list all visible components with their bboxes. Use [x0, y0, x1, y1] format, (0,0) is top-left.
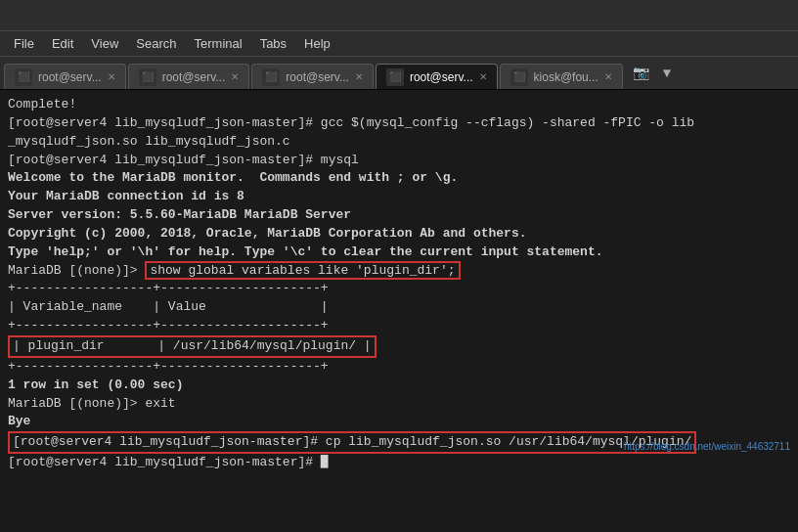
menu-bar: FileEditViewSearchTerminalTabsHelp: [0, 31, 798, 57]
maximize-button[interactable]: [753, 9, 767, 22]
terminal-line-23: [root@server4 lib_mysqludf_json-master]#…: [8, 431, 790, 454]
tab-icon-tab1: ⬛: [15, 68, 32, 86]
tab-close-tab2[interactable]: ✕: [231, 71, 239, 82]
menu-item-file[interactable]: File: [6, 34, 42, 53]
terminal-line-5: Your MariaDB connection id is 8: [8, 188, 790, 206]
tab-label-tab5: kiosk@fou...: [534, 70, 598, 84]
terminal-line-21: MariaDB [(none)]> exit: [8, 395, 790, 414]
minimize-button[interactable]: [733, 9, 747, 22]
tab-label-tab3: root@serv...: [286, 70, 349, 84]
terminal-line-3: [root@server4 lib_mysqludf_json-master]#…: [8, 152, 790, 170]
tab-close-tab1[interactable]: ✕: [108, 71, 115, 82]
terminal-line-12: MariaDB [(none)]> show global variables …: [8, 262, 790, 281]
terminal-line-13: +------------------+--------------------…: [8, 280, 790, 298]
close-button[interactable]: [773, 9, 786, 22]
tab-tab4[interactable]: ⬛root@serv...✕: [376, 64, 498, 89]
terminal-line-16: | plugin_dir | /usr/lib64/mysql/plugin/ …: [8, 335, 790, 358]
menu-item-edit[interactable]: Edit: [44, 34, 81, 53]
terminal-line-10: Type 'help;' or '\h' for help. Type '\c'…: [8, 244, 790, 262]
tab-icon-tab3: ⬛: [262, 68, 280, 86]
tab-tab1[interactable]: ⬛root@serv...✕: [4, 64, 126, 89]
tab-tab2[interactable]: ⬛root@serv...✕: [128, 64, 250, 89]
terminal-line-19: 1 row in set (0.00 sec): [8, 377, 790, 395]
tab-label-tab2: root@serv...: [162, 70, 226, 84]
terminal-content: Complete![root@server4 lib_mysqludf_json…: [0, 90, 798, 532]
highlighted-command: show global variables like 'plugin_dir';: [145, 261, 460, 280]
highlighted-cp-command: [root@server4 lib_mysqludf_json-master]#…: [8, 431, 696, 454]
terminal-line-22: Bye: [8, 413, 790, 431]
tab-close-tab5[interactable]: ✕: [604, 71, 612, 82]
menu-item-search[interactable]: Search: [128, 34, 184, 53]
title-bar: [0, 0, 798, 31]
menu-item-view[interactable]: View: [83, 34, 126, 53]
terminal-line-24: [root@server4 lib_mysqludf_json-master]#…: [8, 454, 790, 472]
tab-label-tab4: root@serv...: [410, 70, 473, 84]
menu-item-tabs[interactable]: Tabs: [252, 34, 294, 53]
terminal-line-8: Copyright (c) 2000, 2018, Oracle, MariaD…: [8, 225, 790, 244]
tab-icon-tab5: ⬛: [510, 68, 528, 86]
terminal-line-15: +------------------+--------------------…: [8, 317, 790, 335]
highlighted-row: | plugin_dir | /usr/lib64/mysql/plugin/ …: [8, 335, 377, 358]
tab-scroll-icon[interactable]: 📷: [629, 61, 653, 85]
tab-icon-tab2: ⬛: [139, 68, 156, 86]
tab-close-tab4[interactable]: ✕: [479, 71, 487, 82]
tab-tab3[interactable]: ⬛root@serv...✕: [251, 64, 374, 89]
terminal-line-17: +------------------+--------------------…: [8, 358, 790, 377]
tab-dropdown-icon[interactable]: ▼: [659, 62, 675, 85]
tab-bar: ⬛root@serv...✕⬛root@serv...✕⬛root@serv..…: [0, 57, 798, 90]
menu-item-terminal[interactable]: Terminal: [187, 34, 250, 53]
tab-tab5[interactable]: ⬛kiosk@fou...✕: [500, 64, 623, 89]
terminal-line-6: Server version: 5.5.60-MariaDB MariaDB S…: [8, 206, 790, 225]
terminal-line-14: | Variable_name | Value |: [8, 298, 790, 317]
terminal-line-2: _mysqludf_json.so lib_mysqludf_json.c: [8, 133, 790, 152]
tab-label-tab1: root@serv...: [38, 70, 102, 84]
tab-close-tab3[interactable]: ✕: [355, 71, 363, 82]
watermark: https://blog.csdn.net/weixin_44632711: [624, 440, 790, 455]
tab-icon-tab4: ⬛: [386, 68, 404, 86]
terminal-line-1: [root@server4 lib_mysqludf_json-master]#…: [8, 114, 790, 133]
terminal-line-4: Welcome to the MariaDB monitor. Commands…: [8, 169, 790, 188]
terminal-line-0: Complete!: [8, 96, 790, 114]
window-controls[interactable]: [733, 9, 786, 22]
menu-item-help[interactable]: Help: [296, 34, 338, 53]
